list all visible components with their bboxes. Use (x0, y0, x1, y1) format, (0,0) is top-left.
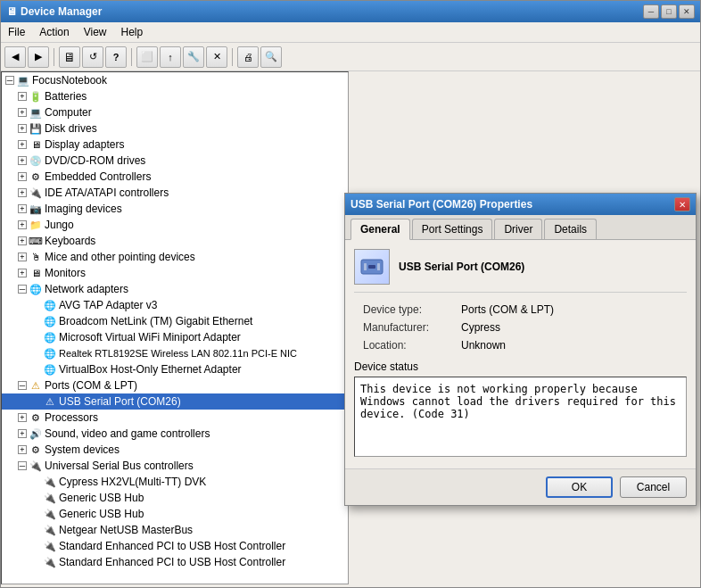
tab-general[interactable]: General (350, 219, 410, 240)
forward-button[interactable]: ▶ (28, 46, 49, 68)
properties-table: Device type: Ports (COM & LPT) Manufactu… (363, 303, 687, 352)
tree-item-avg-tap[interactable]: 🌐 AVG TAP Adapter v3 (2, 297, 348, 313)
device-header: USB Serial Port (COM26) (354, 249, 687, 293)
tree-item-cypress-hub[interactable]: 🔌 Cypress HX2VL(Multi-TT) DVK (2, 474, 348, 490)
title-bar-left: 🖥 Device Manager (6, 5, 102, 18)
tree-item-monitors[interactable]: + 🖥 Monitors (2, 265, 348, 281)
tree-item-mice[interactable]: + 🖱 Mice and other pointing devices (2, 249, 348, 265)
expand-system[interactable]: + (18, 445, 27, 454)
maximize-button[interactable]: □ (661, 4, 677, 19)
tree-item-usb-controllers[interactable]: ─ 🔌 Universal Serial Bus controllers (2, 458, 348, 474)
jungo-icon: 📁 (29, 218, 43, 232)
uninstall-button[interactable]: ✕ (206, 46, 227, 68)
back-button[interactable]: ◀ (4, 46, 26, 68)
help-button[interactable]: ? (105, 46, 127, 68)
tree-item-focusnotebook[interactable]: ─ 💻 FocusNotebook (2, 72, 348, 88)
expand-ide[interactable]: + (18, 188, 27, 197)
tree-item-network-adapters[interactable]: ─ 🌐 Network adapters (2, 281, 348, 297)
toolbar-sep-3 (232, 48, 233, 66)
search-button[interactable]: 🔍 (260, 46, 282, 68)
cancel-button[interactable]: Cancel (620, 476, 687, 498)
toolbar-sep-1 (54, 48, 54, 66)
tab-port-settings[interactable]: Port Settings (412, 219, 493, 239)
tree-item-keyboards[interactable]: + ⌨ Keyboards (2, 233, 348, 249)
tree-item-generic-hub-1[interactable]: 🔌 Generic USB Hub (2, 490, 348, 506)
expand-dvd-cdrom[interactable]: + (18, 156, 27, 165)
tree-item-broadcom[interactable]: 🌐 Broadcom NetLink (TM) Gigabit Ethernet (2, 313, 348, 329)
print-button[interactable]: 🖨 (237, 46, 259, 68)
expand-focusnotebook[interactable]: ─ (5, 76, 14, 85)
expand-jungo[interactable]: + (18, 220, 27, 229)
usb-icon: 🔌 (29, 459, 43, 473)
tree-item-imaging-devices[interactable]: + 📷 Imaging devices (2, 201, 348, 217)
tree-item-jungo[interactable]: + 📁 Jungo (2, 217, 348, 233)
network-icon: 🌐 (29, 282, 43, 296)
mice-icon: 🖱 (29, 250, 43, 264)
properties-button[interactable]: 🖥 (59, 46, 80, 68)
expand-batteries[interactable]: + (18, 92, 27, 101)
expand-disk-drives[interactable]: + (18, 124, 27, 133)
tree-item-netgear[interactable]: 🔌 Netgear NetUSB MasterBus (2, 522, 348, 538)
prop-row-manufacturer: Manufacturer: Cypress (363, 321, 687, 334)
update-button[interactable]: ↑ (160, 46, 181, 68)
tree-item-ide-atapi[interactable]: + 🔌 IDE ATA/ATAPI controllers (2, 185, 348, 201)
tree-item-processors[interactable]: + ⚙ Processors (2, 410, 348, 426)
tree-item-generic-hub-2[interactable]: 🔌 Generic USB Hub (2, 506, 348, 522)
driver-button[interactable]: 🔧 (183, 46, 204, 68)
tree-item-standard-pci-1[interactable]: 🔌 Standard Enhanced PCI to USB Host Cont… (2, 538, 348, 554)
expand-imaging[interactable]: + (18, 204, 27, 213)
expand-computer[interactable]: + (18, 108, 27, 117)
device-name-large: USB Serial Port (COM26) (399, 261, 524, 273)
tree-item-embedded-controllers[interactable]: + ⚙ Embedded Controllers (2, 169, 348, 185)
device-tree[interactable]: ─ 💻 FocusNotebook + 🔋 Batteries + 💻 Comp… (1, 71, 349, 584)
expand-display-adapters[interactable]: + (18, 140, 27, 149)
menu-view[interactable]: View (77, 24, 114, 40)
menu-action[interactable]: Action (32, 24, 76, 40)
minimize-button[interactable]: ─ (643, 4, 659, 19)
expand-ports[interactable]: ─ (18, 381, 27, 390)
title-bar-buttons: ─ □ ✕ (643, 4, 695, 19)
dialog-title-bar: USB Serial Port (COM26) Properties ✕ (345, 194, 696, 215)
scan-button[interactable]: ⬜ (136, 46, 158, 68)
tree-item-realtek[interactable]: 🌐 Realtek RTL8192SE Wireless LAN 802.11n… (2, 345, 348, 361)
expand-embedded[interactable]: + (18, 172, 27, 181)
expand-keyboards[interactable]: + (18, 236, 27, 245)
menu-help[interactable]: Help (114, 24, 151, 40)
dialog-close-button[interactable]: ✕ (674, 197, 690, 211)
expand-monitors[interactable]: + (18, 269, 27, 277)
tree-item-ms-wifi[interactable]: 🌐 Microsoft Virtual WiFi Miniport Adapte… (2, 329, 348, 345)
broadcom-icon: 🌐 (43, 314, 57, 328)
svg-rect-2 (364, 263, 367, 270)
refresh-button[interactable]: ↺ (82, 46, 103, 68)
close-button[interactable]: ✕ (679, 4, 695, 19)
ok-button[interactable]: OK (546, 476, 613, 498)
tree-item-batteries[interactable]: + 🔋 Batteries (2, 88, 348, 104)
tab-driver[interactable]: Driver (494, 219, 542, 239)
realtek-icon: 🌐 (43, 346, 57, 360)
tree-item-sound-video[interactable]: + 🔊 Sound, video and game controllers (2, 426, 348, 442)
tree-item-standard-pci-2[interactable]: 🔌 Standard Enhanced PCI to USB Host Cont… (2, 554, 348, 570)
device-icon-large (354, 249, 390, 285)
expand-mice[interactable]: + (18, 253, 27, 261)
tree-item-virtualbox[interactable]: 🌐 VirtualBox Host-Only Ethernet Adapter (2, 361, 348, 377)
ms-wifi-icon: 🌐 (43, 330, 57, 344)
tree-item-system-devices[interactable]: + ⚙ System devices (2, 442, 348, 458)
menu-bar: File Action View Help (1, 22, 700, 43)
expand-sound[interactable]: + (18, 429, 27, 438)
expand-usb[interactable]: ─ (18, 461, 27, 470)
system-icon: ⚙ (29, 443, 43, 457)
tree-item-ports[interactable]: ─ ⚠ Ports (COM & LPT) (2, 377, 348, 393)
tab-details[interactable]: Details (544, 219, 597, 239)
tree-item-dvd-cdrom[interactable]: + 💿 DVD/CD-ROM drives (2, 153, 348, 169)
tree-item-usb-serial[interactable]: ⚠ USB Serial Port (COM26) (2, 393, 348, 410)
computer-icon: 💻 (16, 73, 30, 87)
tree-item-computer[interactable]: + 💻 Computer (2, 104, 348, 120)
tree-item-display-adapters[interactable]: + 🖥 Display adapters (2, 137, 348, 153)
expand-processors[interactable]: + (18, 413, 27, 422)
prop-row-location: Location: Unknown (363, 339, 687, 352)
tree-item-disk-drives[interactable]: + 💾 Disk drives (2, 120, 348, 137)
device-status-section: Device status (354, 360, 687, 460)
usb-serial-icon: ⚠ (43, 394, 57, 409)
expand-network[interactable]: ─ (18, 285, 27, 294)
menu-file[interactable]: File (1, 24, 32, 40)
